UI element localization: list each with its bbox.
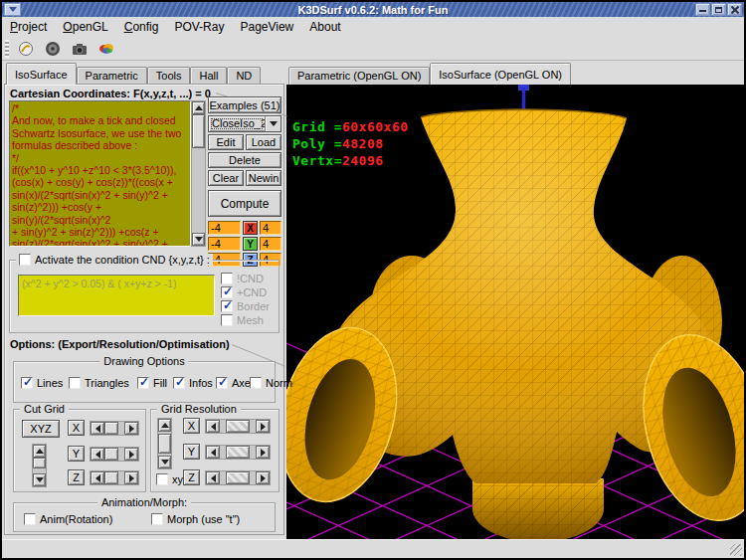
- slider-thumb[interactable]: [104, 448, 118, 461]
- slider-right-button[interactable]: [256, 471, 270, 484]
- axe-checkbox[interactable]: [216, 377, 228, 389]
- newin-button[interactable]: Newin: [246, 170, 281, 186]
- cut-y-button[interactable]: Y: [68, 446, 85, 462]
- tab-parametric[interactable]: Parametric: [77, 67, 147, 85]
- slider-thumb[interactable]: [226, 420, 250, 433]
- slider-track[interactable]: [104, 448, 124, 461]
- close-button[interactable]: [727, 3, 742, 16]
- norm-checkbox[interactable]: [250, 377, 262, 389]
- slider-track[interactable]: [220, 471, 256, 484]
- delete-button[interactable]: Delete: [208, 152, 281, 168]
- tab-tools[interactable]: Tools: [147, 67, 191, 85]
- cut-y-slider[interactable]: [90, 447, 139, 462]
- cut-x-slider[interactable]: [90, 421, 139, 436]
- formula-editor[interactable]: /* And now, to make a tick and closed Sc…: [9, 100, 191, 247]
- cut-x-button[interactable]: X: [68, 420, 85, 436]
- tab-nd[interactable]: ND: [227, 67, 261, 85]
- lines-checkbox[interactable]: [21, 377, 33, 389]
- menu-about[interactable]: About: [309, 20, 340, 34]
- slider-thumb[interactable]: [226, 471, 250, 484]
- mesh-checkbox[interactable]: [221, 314, 233, 326]
- slider-thumb[interactable]: [104, 471, 118, 484]
- cut-grid-vscrollbar[interactable]: [32, 444, 47, 487]
- camera-icon[interactable]: [69, 39, 91, 59]
- title-bar[interactable]: K3DSurf v0.6.2: Math for Fun: [2, 2, 744, 17]
- preset-combobox[interactable]: CloseIso_2: [208, 115, 281, 132]
- slider-left-button[interactable]: [91, 422, 104, 435]
- y-max-field[interactable]: 4: [260, 237, 281, 251]
- examples-button[interactable]: Examples (51): [208, 96, 281, 113]
- slider-left-button[interactable]: [91, 448, 104, 461]
- res-y-button[interactable]: Y: [183, 444, 200, 460]
- plus-cnd-checkbox[interactable]: [221, 286, 233, 298]
- menu-pageview[interactable]: PageView: [240, 20, 293, 34]
- res-y-slider[interactable]: [205, 445, 271, 460]
- slider-left-button[interactable]: [91, 471, 104, 484]
- menu-project[interactable]: Project: [10, 20, 47, 34]
- cut-z-slider[interactable]: [90, 470, 139, 485]
- formula-scrollbar[interactable]: [191, 100, 206, 247]
- cnd-editor[interactable]: (x^2 + y^2 > 0.05) & ( x+y+z > -1): [18, 275, 215, 316]
- clear-button[interactable]: Clear: [208, 170, 244, 186]
- toolbar-handle[interactable]: [5, 40, 9, 58]
- tab-isosurface[interactable]: IsoSurface: [6, 63, 77, 85]
- scroll-up-button[interactable]: [192, 101, 205, 114]
- scroll-track[interactable]: [33, 458, 46, 473]
- scroll-up-button[interactable]: [33, 445, 46, 458]
- cut-xyz-button[interactable]: XYZ: [22, 420, 60, 438]
- infos-checkbox[interactable]: [173, 377, 185, 389]
- morph-checkbox[interactable]: [151, 513, 163, 525]
- tab-parametric-view[interactable]: Parametric (OpenGL ON): [288, 67, 430, 85]
- slider-right-button[interactable]: [124, 471, 138, 484]
- xyz-checkbox[interactable]: [156, 473, 168, 485]
- minimize-button[interactable]: [695, 3, 710, 16]
- res-z-slider[interactable]: [205, 470, 271, 485]
- res-x-slider[interactable]: [205, 419, 271, 434]
- compute-button[interactable]: Compute: [208, 190, 281, 217]
- slider-track[interactable]: [220, 446, 256, 459]
- x-min-field[interactable]: -4: [208, 221, 241, 235]
- fill-checkbox[interactable]: [137, 377, 149, 389]
- load-button[interactable]: Load: [246, 134, 281, 150]
- cut-z-button[interactable]: Z: [68, 469, 85, 485]
- scroll-down-button[interactable]: [192, 233, 205, 246]
- triangles-checkbox[interactable]: [69, 377, 81, 389]
- x-max-field[interactable]: 4: [260, 221, 281, 235]
- resize-grip[interactable]: [730, 544, 742, 556]
- scroll-down-button[interactable]: [158, 456, 171, 468]
- povray-palette-icon[interactable]: [95, 39, 117, 59]
- slider-left-button[interactable]: [206, 420, 220, 433]
- slider-thumb[interactable]: [104, 422, 118, 435]
- window-menu-button[interactable]: [4, 3, 21, 16]
- scroll-up-button[interactable]: [158, 419, 171, 432]
- slider-thumb[interactable]: [226, 446, 250, 459]
- menu-povray[interactable]: POV-Ray: [174, 20, 224, 34]
- scroll-track[interactable]: [192, 114, 205, 233]
- res-z-button[interactable]: Z: [183, 469, 200, 485]
- slider-left-button[interactable]: [206, 446, 220, 459]
- menu-opengl[interactable]: OpenGL: [63, 20, 107, 34]
- wireframe-icon[interactable]: [15, 39, 37, 59]
- slider-right-button[interactable]: [124, 422, 138, 435]
- slider-track[interactable]: [220, 420, 256, 433]
- slider-right-button[interactable]: [124, 448, 138, 461]
- scroll-thumb[interactable]: [192, 114, 205, 148]
- slider-track[interactable]: [104, 422, 124, 435]
- scroll-down-button[interactable]: [33, 473, 46, 486]
- slider-right-button[interactable]: [256, 446, 270, 459]
- viewport-3d[interactable]: Grid =60x60x60 Poly =48208 Vertx=24096: [286, 85, 744, 539]
- combo-arrow-button[interactable]: [265, 116, 280, 131]
- slider-track[interactable]: [104, 471, 124, 484]
- res-x-button[interactable]: X: [183, 418, 200, 434]
- menu-config[interactable]: Config: [124, 20, 159, 34]
- maximize-button[interactable]: [711, 3, 726, 16]
- scroll-thumb[interactable]: [33, 458, 46, 468]
- slider-right-button[interactable]: [256, 420, 270, 433]
- edit-button[interactable]: Edit: [208, 134, 244, 150]
- y-min-field[interactable]: -4: [208, 237, 241, 251]
- tab-isosurface-view[interactable]: IsoSurface (OpenGL ON): [430, 63, 571, 85]
- grid-res-vscrollbar[interactable]: [157, 418, 172, 469]
- tab-hall[interactable]: Hall: [190, 67, 227, 85]
- y-axis-button[interactable]: Y: [243, 237, 258, 251]
- scroll-thumb[interactable]: [158, 434, 171, 454]
